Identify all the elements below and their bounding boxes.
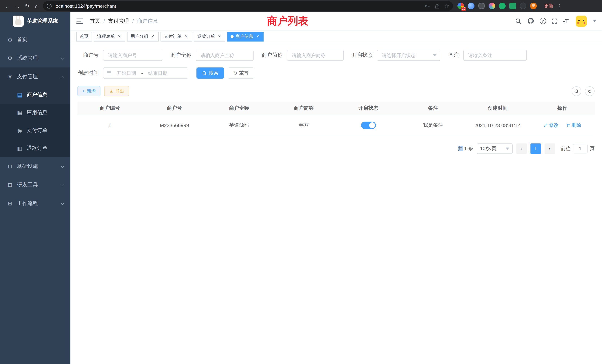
fullscreen-icon[interactable] [552,18,558,24]
sidebar-item-workflow[interactable]: ⊟ 工作流程 [0,194,70,213]
sidebar-item-pay-order[interactable]: ◉ 支付订单 [0,122,70,139]
sidebar: 芋道管理系统 ⊙ 首页 ⚙ 系统管理 ¥ 支付管理 ▤ 商户信息 [0,12,70,364]
close-icon[interactable]: × [217,34,222,39]
full-name-input[interactable] [196,50,254,61]
user-avatar[interactable] [576,15,587,26]
tab-pay-order[interactable]: 支付订单 × [161,32,192,41]
github-icon[interactable] [527,17,534,24]
app-title: 芋道管理系统 [27,18,58,24]
avatar-caret-icon[interactable] [593,20,596,22]
create-time-range-picker[interactable]: - [103,67,188,79]
status-select-input[interactable] [377,50,440,61]
extension-colorful-icon[interactable]: 10 [457,3,464,9]
edit-pencil-icon [543,123,548,128]
sidebar-item-payment[interactable]: ¥ 支付管理 [0,67,70,86]
status-toggle[interactable] [361,122,376,129]
tags-view-bar: 首页 流程表单 × 用户分组 × 支付订单 × 退款订单 × [70,30,602,43]
total-count: 1 [464,146,467,151]
remark-label: 备注 [449,52,459,59]
status-select[interactable] [377,50,440,61]
goto-page-input[interactable] [573,144,588,153]
font-size-icon[interactable]: тT [563,18,569,24]
extension-drop-icon[interactable] [468,3,474,9]
breadcrumb-home[interactable]: 首页 [90,18,100,24]
app-logo[interactable]: 芋道管理系统 [0,12,70,30]
address-bar[interactable]: i localhost:1024/pay/merchant ☆ [43,1,453,11]
extension-notes-icon[interactable] [509,3,516,9]
close-icon[interactable]: × [183,34,189,39]
sidebar-item-app-info[interactable]: ▦ 应用信息 [0,104,70,122]
sidebar-item-system[interactable]: ⚙ 系统管理 [0,49,70,67]
bookmark-star-icon[interactable]: ☆ [444,3,449,9]
sidebar-item-label: 系统管理 [17,55,38,62]
browser-menu-dots-icon[interactable]: ⋮ [557,3,562,9]
browser-home-icon[interactable]: ⌂ [32,1,42,11]
browser-back-icon[interactable]: ← [3,1,13,11]
share-icon[interactable] [434,3,440,9]
breadcrumb-current: 商户信息 [137,18,158,24]
search-button[interactable]: 搜索 [196,67,224,79]
close-icon[interactable]: × [117,34,122,39]
monitor-icon: ⊡ [7,163,13,170]
calendar-icon [106,70,112,76]
create-time-label: 创建时间 [76,70,99,76]
sidebar-item-devtools[interactable]: ⊞ 研发工具 [0,176,70,194]
close-icon[interactable]: × [255,34,260,39]
merchant-no-input[interactable] [103,50,162,61]
reset-button-label: 重置 [239,70,249,76]
prev-page-button[interactable]: ‹ [516,143,527,154]
col-short-name: 商户简称 [271,102,336,115]
edit-link-label: 修改 [549,122,559,129]
sidebar-item-home[interactable]: ⊙ 首页 [0,30,70,49]
export-button[interactable]: 导出 [104,86,129,96]
tab-refund-order[interactable]: 退款订单 × [194,32,225,41]
cell-merchant-no: M233666999 [142,115,207,136]
reset-button[interactable]: ↻ 重置 [228,67,254,79]
sidebar-toggle-icon[interactable] [76,18,83,23]
edit-link[interactable]: 修改 [543,122,559,129]
add-button[interactable]: + 新增 [77,86,100,96]
cell-merchant-id: 1 [77,115,142,136]
browser-forward-icon[interactable]: → [13,1,22,11]
next-page-button[interactable]: › [545,143,555,154]
end-date-input[interactable] [144,70,171,76]
app-frame: 芋道管理系统 ⊙ 首页 ⚙ 系统管理 ¥ 支付管理 ▤ 商户信息 [0,12,602,364]
sidebar-item-label: 基础设施 [17,163,38,170]
tab-user-group[interactable]: 用户分组 × [127,32,159,41]
tab-merchant-info[interactable]: 商户信息 × [227,32,264,41]
tab-process-form[interactable]: 流程表单 × [94,32,125,41]
page-size-select[interactable]: 10条/页 [477,143,513,154]
page-number-1[interactable]: 1 [530,143,541,154]
help-icon[interactable]: ? [540,18,546,24]
search-icon[interactable] [515,18,522,24]
site-info-icon[interactable]: i [47,3,52,8]
extension-rainbow-icon[interactable] [489,3,495,9]
password-key-icon[interactable] [424,3,430,9]
url-text[interactable]: localhost:1024/pay/merchant [54,3,424,9]
sidebar-item-infrastructure[interactable]: ⊡ 基础设施 [0,157,70,176]
refresh-table-icon[interactable]: ↻ [585,86,595,96]
tab-label: 流程表单 [97,33,115,40]
breadcrumb-payment[interactable]: 支付管理 [108,18,129,24]
extension-green-arrow-icon[interactable] [499,3,506,9]
toggle-search-icon[interactable] [572,86,581,96]
tab-home[interactable]: 首页 [76,32,92,41]
start-date-input[interactable] [113,70,140,76]
header-actions: ? тT [515,15,596,26]
remark-input[interactable] [463,50,527,61]
delete-link-label: 删除 [571,122,581,129]
profile-avatar-icon[interactable] [530,3,537,9]
sidebar-item-merchant-info[interactable]: ▤ 商户信息 [0,86,70,104]
short-name-input[interactable] [287,50,344,61]
cell-short-name: 芋艿 [271,115,336,136]
close-icon[interactable]: × [150,34,155,39]
extension-dark-icon[interactable] [478,3,485,9]
browser-reload-icon[interactable]: ↻ [22,1,32,11]
sidebar-item-refund-order[interactable]: ▥ 退款订单 [0,139,70,157]
chrome-update-button[interactable]: 更新 [541,2,556,10]
table-header-row: 商户编号 商户号 商户全称 商户简称 开启状态 备注 创建时间 操作 [77,102,595,115]
col-full-name: 商户全称 [207,102,271,115]
delete-link[interactable]: 删除 [566,122,581,129]
extension-pinwheel-icon[interactable] [520,3,526,9]
search-button-label: 搜索 [209,70,218,76]
